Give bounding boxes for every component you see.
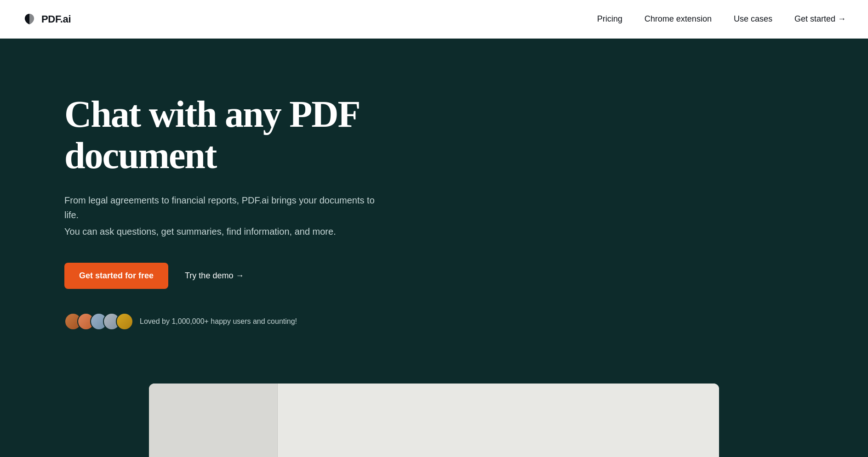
nav-get-started[interactable]: Get started → bbox=[794, 14, 846, 24]
try-demo-button[interactable]: Try the demo → bbox=[185, 271, 244, 281]
hero-section: Chat with any PDF document From legal ag… bbox=[0, 39, 868, 457]
logo-text: PDF.ai bbox=[41, 13, 71, 25]
preview-sidebar bbox=[149, 384, 278, 457]
nav-pricing[interactable]: Pricing bbox=[597, 14, 622, 24]
main-nav: Pricing Chrome extension Use cases Get s… bbox=[597, 14, 846, 24]
hero-content: Chat with any PDF document From legal ag… bbox=[64, 94, 478, 330]
hero-buttons: Get started for free Try the demo → bbox=[64, 263, 478, 289]
app-preview bbox=[149, 384, 719, 457]
logo-icon bbox=[22, 12, 37, 27]
avatar bbox=[116, 313, 133, 330]
nav-chrome-extension[interactable]: Chrome extension bbox=[645, 14, 712, 24]
nav-use-cases[interactable]: Use cases bbox=[734, 14, 772, 24]
preview-inner bbox=[149, 384, 719, 457]
logo[interactable]: PDF.ai bbox=[22, 12, 71, 27]
hero-subtitle: From legal agreements to financial repor… bbox=[64, 193, 377, 239]
hero-title: Chat with any PDF document bbox=[64, 94, 478, 176]
user-avatars bbox=[64, 313, 133, 330]
hero-subtitle-line2: You can ask questions, get summaries, fi… bbox=[64, 224, 377, 239]
social-proof-text: Loved by 1,000,000+ happy users and coun… bbox=[140, 317, 297, 326]
site-header: PDF.ai Pricing Chrome extension Use case… bbox=[0, 0, 868, 39]
social-proof: Loved by 1,000,000+ happy users and coun… bbox=[64, 313, 478, 330]
get-started-button[interactable]: Get started for free bbox=[64, 263, 168, 289]
hero-subtitle-line1: From legal agreements to financial repor… bbox=[64, 193, 377, 222]
preview-main bbox=[278, 384, 719, 457]
